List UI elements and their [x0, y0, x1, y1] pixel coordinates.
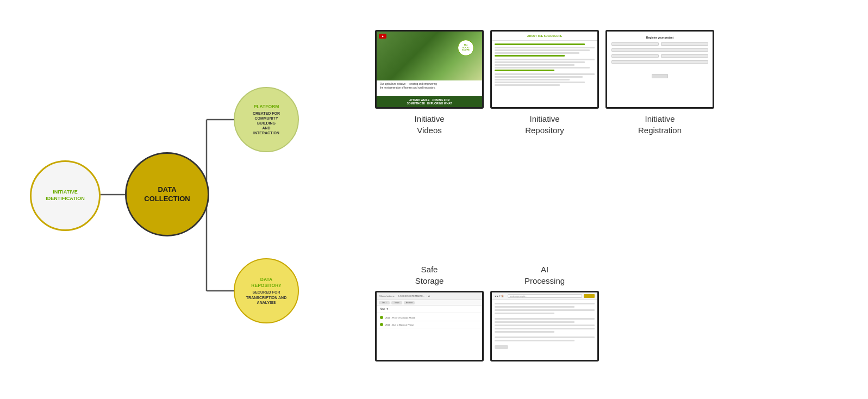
initiative-registration-label: Initiative Registration	[638, 113, 682, 136]
initiative-repository-thumb: ABOUT THE SOCIOSCOPE	[490, 30, 599, 109]
data-collection-label: DATACOLLECTION	[144, 185, 190, 204]
ai-line-10	[495, 336, 595, 338]
ai-line-2	[495, 306, 574, 308]
ai-processing-thumb: ◀ ▶ ⟳ 🏠 socioscope.org/ai...	[490, 291, 599, 361]
logo-icon: TheSOCIOSCOPE	[458, 40, 474, 56]
ai-line-6	[495, 321, 574, 323]
initiative-repository-item: ABOUT THE SOCIOSCOPE	[490, 30, 599, 136]
storage-bar: Shared with me • 1.SOCIOSCOPE MASTE... •…	[377, 292, 482, 300]
ai-line-1	[495, 303, 595, 304]
storage-folder-icon-2	[380, 323, 383, 326]
ai-processing-label-top: AIProcessing	[524, 264, 565, 286]
storage-tab-1: Tab 1	[379, 301, 390, 304]
initiative-registration-thumb: Register your project	[605, 30, 714, 109]
safe-storage-item: SafeStorage Shared with me • 1.SOCIOSCOP…	[375, 264, 484, 361]
repo-content	[492, 41, 597, 90]
initiative-identification-label: INITIATIVEIDENTIFICATION	[46, 189, 84, 202]
data-repository-sublabel: SECURED FORTRANSCRIPTION ANDANALYSIS	[246, 290, 286, 304]
videos-overlay: ATTEND WHILE JOINING FORSOME/THOSE EXPLO…	[377, 96, 482, 107]
ai-yellow-button	[584, 294, 595, 298]
initiative-videos-item: TheSOCIOSCOPE ATTEND WHILE JOINING FORSO…	[375, 30, 484, 136]
initiative-registration-item: Register your project	[605, 30, 714, 136]
top-screenshots-group: TheSOCIOSCOPE ATTEND WHILE JOINING FORSO…	[375, 30, 714, 136]
data-repository-label: DATAREPOSITORY	[251, 277, 281, 289]
videos-description: Our agriculture initiative — creating an…	[377, 80, 482, 92]
diagram-container: INITIATIVEIDENTIFICATION DATACOLLECTION …	[0, 0, 868, 399]
bottom-screenshots-group: SafeStorage Shared with me • 1.SOCIOSCOP…	[375, 264, 599, 361]
ai-line-7	[495, 325, 595, 326]
initiative-repository-label: Initiative Repository	[525, 113, 564, 136]
data-repository-node: DATAREPOSITORY SECURED FORTRANSCRIPTION …	[234, 258, 299, 323]
ai-line-4	[495, 313, 554, 314]
reg-content: Register your project	[607, 32, 713, 83]
youtube-icon	[379, 34, 386, 39]
platform-label: PLATFORM	[254, 104, 279, 110]
ai-line-8	[495, 328, 595, 329]
safe-storage-thumb: Shared with me • 1.SOCIOSCOPE MASTE... •…	[375, 291, 484, 361]
storage-tabs: Tab 1 Tropic Another	[377, 300, 482, 306]
safe-storage-label-top: SafeStorage	[415, 264, 444, 286]
data-collection-node: DATACOLLECTION	[125, 152, 209, 236]
ai-header: ◀ ▶ ⟳ 🏠 socioscope.org/ai...	[492, 292, 597, 300]
platform-node: PLATFORM CREATED FORCOMMUNITYBUILDINGAND…	[234, 87, 299, 152]
storage-row-2: 2021 - Due to Backout Phase	[377, 321, 482, 328]
ai-content	[492, 300, 597, 352]
ai-line-5	[495, 318, 595, 320]
storage-row-1: 2020 - Proof of Concept Phase	[377, 314, 482, 321]
initiative-identification-node: INITIATIVEIDENTIFICATION	[30, 160, 101, 231]
initiative-videos-thumb: TheSOCIOSCOPE ATTEND WHILE JOINING FORSO…	[375, 30, 484, 109]
ai-line-9	[495, 331, 554, 333]
ai-line-3	[495, 309, 595, 311]
platform-sublabel: CREATED FORCOMMUNITYBUILDINGANDINTERACTI…	[253, 111, 280, 135]
ai-line-11	[495, 340, 574, 341]
initiative-videos-label: Initiative Videos	[414, 113, 444, 136]
repo-header: ABOUT THE SOCIOSCOPE	[492, 32, 597, 41]
ai-processing-item: AIProcessing ◀ ▶ ⟳ 🏠 socioscope.org/ai..…	[490, 264, 599, 361]
storage-tab-2: Tropic	[391, 301, 402, 304]
storage-tab-3: Another	[404, 301, 415, 304]
storage-folder-icon	[380, 316, 383, 319]
